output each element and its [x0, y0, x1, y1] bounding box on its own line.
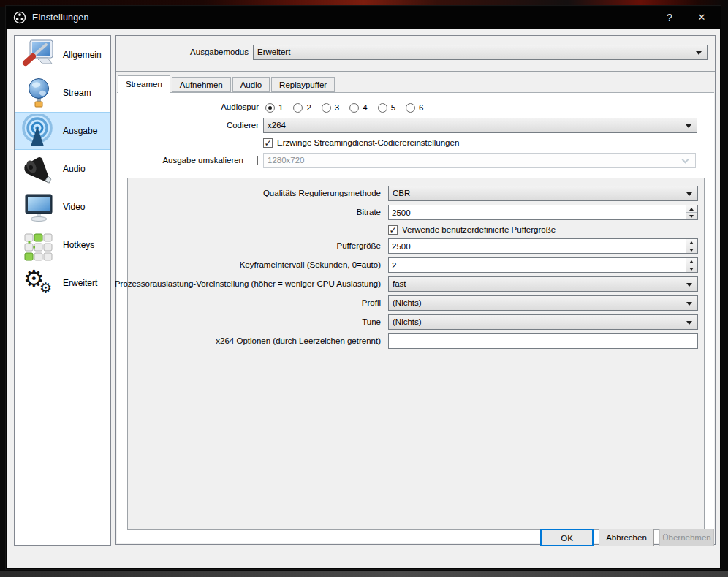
spin-up-icon[interactable] — [686, 258, 697, 265]
sidebar-item-audio[interactable]: Audio — [15, 150, 110, 188]
bitrate-input[interactable] — [389, 205, 686, 219]
tab-replaypuffer[interactable]: Replaypuffer — [271, 77, 335, 92]
help-button[interactable]: ? — [654, 7, 685, 29]
ok-button[interactable]: OK — [540, 529, 594, 546]
sidebar-item-allgemein[interactable]: Allgemein — [15, 36, 110, 74]
spin-up-icon[interactable] — [686, 239, 697, 246]
chevron-down-icon — [686, 321, 692, 325]
tab-aufnehmen[interactable]: Aufnehmen — [172, 77, 231, 92]
sidebar-item-label: Video — [63, 202, 85, 212]
cpu-preset-value: fast — [393, 279, 406, 288]
output-mode-value: Erweitert — [257, 48, 290, 56]
buffer-size-label: Puffergröße — [336, 238, 381, 254]
radio-label: 6 — [419, 103, 423, 112]
spinner-buttons[interactable] — [686, 239, 697, 253]
obs-logo-icon — [13, 11, 26, 24]
rate-control-select[interactable]: CBR — [388, 186, 698, 201]
bitrate-label: Bitrate — [357, 205, 381, 220]
keyframe-interval-input[interactable] — [389, 258, 686, 272]
x264-options-input[interactable] — [388, 333, 698, 349]
settings-category-list: Allgemein Stream Ausgabe — [14, 35, 111, 546]
chevron-down-icon — [686, 302, 692, 306]
rescale-output-checkbox[interactable] — [249, 156, 258, 165]
streamen-tab-pane: Audiospur 1 2 3 4 5 6 Codierer x264 Erzw… — [117, 92, 714, 543]
custom-buffer-label: Verwende benutzerdefinierte Puffergröße — [402, 225, 556, 234]
keyboard-keys-icon — [22, 228, 56, 262]
audio-track-radio-group: 1 2 3 4 5 6 — [265, 102, 433, 113]
tune-select[interactable]: (Nichts) — [388, 314, 698, 330]
background-game-bottom — [0, 571, 728, 577]
sidebar-item-video[interactable]: Video — [15, 188, 110, 226]
bitrate-spinbox — [388, 205, 698, 220]
cancel-button[interactable]: Abbrechen — [599, 529, 654, 546]
audio-track-radio-2[interactable] — [293, 103, 303, 113]
tune-value: (Nichts) — [393, 317, 422, 326]
monitor-screwdriver-icon — [22, 38, 56, 72]
custom-buffer-checkbox[interactable] — [388, 225, 398, 235]
sidebar-item-label: Hotkeys — [63, 240, 94, 250]
gears-icon: ⚙⚙ — [22, 266, 56, 300]
radio-label: 1 — [278, 103, 283, 112]
sidebar-item-label: Audio — [63, 164, 86, 174]
radio-label: 2 — [306, 103, 311, 112]
spin-down-icon[interactable] — [686, 265, 697, 272]
encoder-value: x264 — [268, 121, 286, 129]
tune-label: Tune — [362, 314, 381, 330]
audio-track-label: Audiospur — [117, 99, 259, 115]
enforce-service-settings-checkbox[interactable] — [263, 138, 273, 148]
buffer-size-spinbox — [388, 238, 698, 254]
rescale-resolution-select: 1280x720 — [263, 153, 696, 168]
profile-select[interactable]: (Nichts) — [388, 295, 698, 311]
audio-track-radio-4[interactable] — [349, 103, 359, 113]
radio-label: 3 — [335, 103, 339, 112]
tab-streamen[interactable]: Streamen — [118, 75, 170, 93]
settings-dialog: Einstellungen ? ✕ Allgemein — [6, 6, 721, 569]
sidebar-item-ausgabe[interactable]: Ausgabe — [15, 112, 110, 150]
chevron-down-icon — [696, 51, 702, 55]
spinner-buttons[interactable] — [686, 258, 697, 272]
chevron-down-icon — [686, 283, 692, 287]
globe-network-icon — [22, 76, 56, 110]
sidebar-item-hotkeys[interactable]: Hotkeys — [15, 226, 110, 264]
spin-down-icon[interactable] — [686, 213, 697, 219]
audio-track-radio-1[interactable] — [265, 103, 275, 113]
sidebar-item-label: Allgemein — [63, 50, 102, 60]
rate-control-value: CBR — [393, 189, 410, 197]
audio-track-radio-6[interactable] — [406, 103, 415, 113]
spinner-buttons[interactable] — [686, 205, 697, 219]
tab-audio[interactable]: Audio — [232, 77, 270, 92]
spin-down-icon[interactable] — [686, 246, 697, 253]
audio-track-radio-3[interactable] — [322, 103, 331, 113]
close-button[interactable]: ✕ — [686, 7, 717, 29]
encoder-label: Codierer — [117, 118, 259, 133]
output-mode-select[interactable]: Erweitert — [253, 45, 708, 60]
buffer-size-input[interactable] — [389, 239, 686, 253]
rate-control-label: Qualitäts Regulierungsmethode — [263, 186, 381, 201]
sidebar-item-label: Erweitert — [63, 278, 97, 288]
chevron-down-icon — [682, 156, 689, 164]
title-bar[interactable]: Einstellungen ? ✕ — [7, 7, 720, 29]
profile-label: Profil — [362, 295, 381, 311]
speaker-horn-icon — [22, 152, 56, 186]
cpu-preset-select[interactable]: fast — [388, 276, 698, 292]
audio-track-radio-5[interactable] — [378, 103, 387, 113]
spin-up-icon[interactable] — [686, 205, 697, 213]
enforce-service-settings-label: Erzwinge Streamingdienst-Codierereinstel… — [277, 138, 459, 147]
sidebar-item-label: Stream — [63, 88, 91, 98]
encoder-select[interactable]: x264 — [263, 118, 697, 133]
sidebar-item-erweitert[interactable]: ⚙⚙ Erweitert — [15, 264, 110, 302]
window-title: Einstellungen — [32, 12, 89, 23]
x264-options-label: x264 Optionen (durch Leerzeichen getrenn… — [216, 333, 381, 349]
cpu-preset-label: Prozessorauslastung-Voreinstellung (höhe… — [115, 276, 381, 292]
output-mode-label: Ausgabemodus — [116, 45, 249, 60]
rescale-output-label: Ausgabe umskalieren — [117, 153, 243, 168]
monitor-icon — [22, 190, 56, 224]
broadcast-antenna-icon — [22, 114, 56, 148]
output-tab-bar: Streamen Aufnehmen Audio Replaypuffer — [118, 72, 714, 92]
radio-label: 4 — [363, 103, 367, 112]
profile-value: (Nichts) — [393, 298, 422, 307]
sidebar-item-stream[interactable]: Stream — [15, 74, 110, 112]
keyframe-interval-label: Keyframeintervall (Sekunden, 0=auto) — [240, 257, 381, 273]
chevron-down-icon — [686, 192, 692, 196]
keyframe-interval-spinbox — [388, 257, 698, 273]
